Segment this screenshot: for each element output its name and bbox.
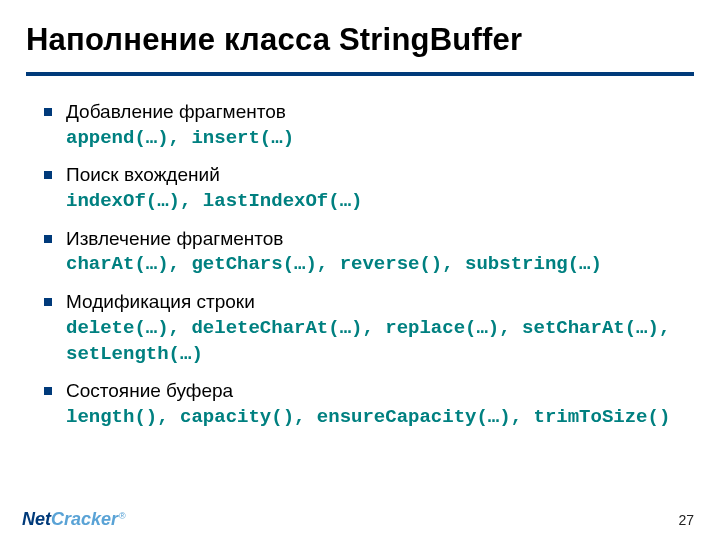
item-label: Извлечение фрагментов — [66, 228, 283, 249]
logo: NetCracker® — [22, 509, 126, 530]
list-item: Добавление фрагментов append(…), insert(… — [44, 100, 682, 150]
slide: Наполнение класса StringBuffer Добавлени… — [0, 0, 720, 540]
content-area: Добавление фрагментов append(…), insert(… — [0, 76, 720, 430]
logo-registered: ® — [119, 511, 126, 521]
item-label: Поиск вхождений — [66, 164, 220, 185]
item-code: delete(…), deleteCharAt(…), replace(…), … — [66, 317, 670, 365]
slide-title: Наполнение класса StringBuffer — [0, 0, 720, 58]
bullet-list: Добавление фрагментов append(…), insert(… — [44, 100, 682, 430]
item-code: length(), capacity(), ensureCapacity(…),… — [66, 406, 670, 428]
item-code: indexOf(…), lastIndexOf(…) — [66, 190, 362, 212]
list-item: Поиск вхождений indexOf(…), lastIndexOf(… — [44, 163, 682, 213]
logo-part1: Net — [22, 509, 51, 529]
page-number: 27 — [678, 512, 694, 528]
item-label: Добавление фрагментов — [66, 101, 286, 122]
list-item: Модификация строки delete(…), deleteChar… — [44, 290, 682, 366]
item-label: Модификация строки — [66, 291, 255, 312]
logo-part2: Cracker — [51, 509, 118, 529]
footer: NetCracker® 27 — [0, 500, 720, 540]
item-label: Состояние буфера — [66, 380, 233, 401]
list-item: Извлечение фрагментов charAt(…), getChar… — [44, 227, 682, 277]
item-code: charAt(…), getChars(…), reverse(), subst… — [66, 253, 602, 275]
item-code: append(…), insert(…) — [66, 127, 294, 149]
list-item: Состояние буфера length(), capacity(), e… — [44, 379, 682, 429]
